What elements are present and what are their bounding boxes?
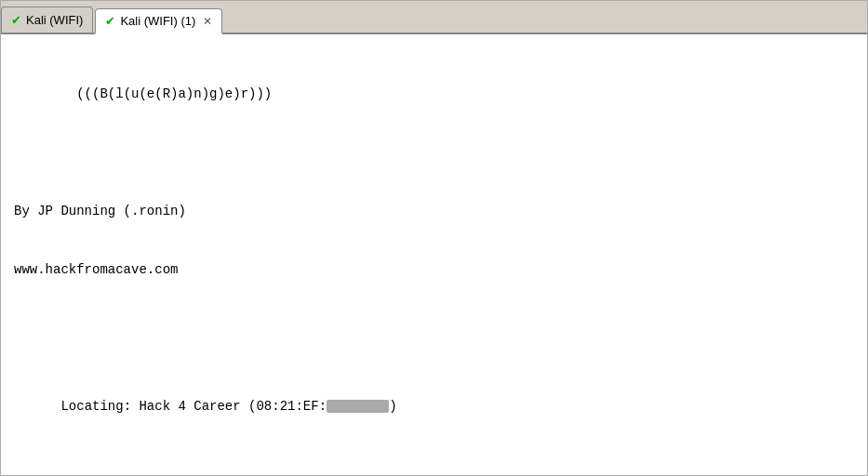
locating-line: Locating: Hack 4 Career (08:21:EF: ) [14, 377, 854, 436]
author-line: By JP Dunning (.ronin) [14, 202, 854, 221]
blank-line-2 [14, 319, 854, 338]
ascii-art-line: (((B(l(u(e(R)a)n)g)e)r))) [14, 85, 854, 104]
check-icon: ✔ [11, 13, 21, 27]
tab-label-2: Kali (WIFI) (1) [120, 14, 195, 28]
tab-kali-wifi[interactable]: ✔ Kali (WIFI) [1, 7, 93, 33]
terminal-output: (((B(l(u(e(R)a)n)g)e)r))) By JP Dunning … [1, 34, 867, 475]
locating-end: ) [389, 399, 396, 414]
main-window: ✔ Kali (WIFI) ✔ Kali (WIFI) (1) ✕ (((B(l… [0, 0, 868, 476]
tab-bar: ✔ Kali (WIFI) ✔ Kali (WIFI) (1) ✕ [1, 1, 867, 34]
website-line: www.hackfromacave.com [14, 260, 854, 280]
locating-text: Locating: Hack 4 Career (08:21:EF: [60, 399, 327, 414]
blank-line-1 [14, 143, 854, 163]
check-icon-2: ✔ [105, 14, 115, 28]
tab-kali-wifi-1[interactable]: ✔ Kali (WIFI) (1) ✕ [95, 8, 222, 34]
tab-label: Kali (WIFI) [26, 13, 83, 27]
blurred-mac [327, 400, 389, 413]
close-tab-button[interactable]: ✕ [203, 15, 212, 28]
